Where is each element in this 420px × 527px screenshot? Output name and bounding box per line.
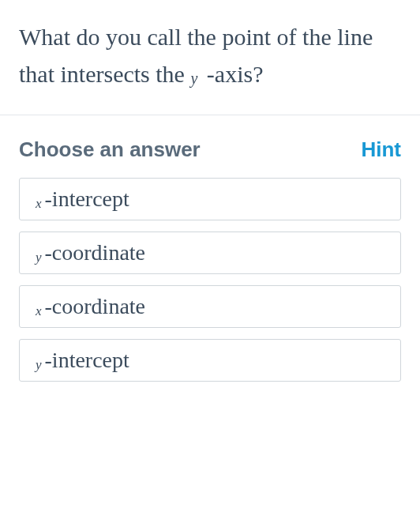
answer-header: Choose an answer Hint — [0, 115, 420, 178]
question-area: What do you call the point of the line t… — [0, 0, 420, 115]
option-var: x — [36, 196, 42, 212]
option-y-intercept[interactable]: y -intercept — [19, 339, 401, 382]
option-var: x — [36, 303, 42, 319]
option-x-coordinate[interactable]: x -coordinate — [19, 285, 401, 328]
option-var: y — [36, 357, 42, 373]
hint-button[interactable]: Hint — [361, 137, 401, 162]
option-y-coordinate[interactable]: y -coordinate — [19, 232, 401, 274]
option-text: -coordinate — [45, 240, 146, 265]
option-text: -intercept — [45, 186, 129, 212]
option-var: y — [36, 250, 42, 265]
question-var: y — [190, 70, 197, 87]
question-part2: -axis? — [201, 61, 263, 87]
option-x-intercept[interactable]: x -intercept — [19, 178, 401, 220]
options-list: x -intercept y -coordinate x -coordinate… — [0, 178, 420, 382]
option-text: -intercept — [45, 348, 129, 373]
choose-answer-label: Choose an answer — [19, 137, 201, 162]
question-text: What do you call the point of the line t… — [19, 19, 401, 92]
option-text: -coordinate — [45, 294, 146, 319]
